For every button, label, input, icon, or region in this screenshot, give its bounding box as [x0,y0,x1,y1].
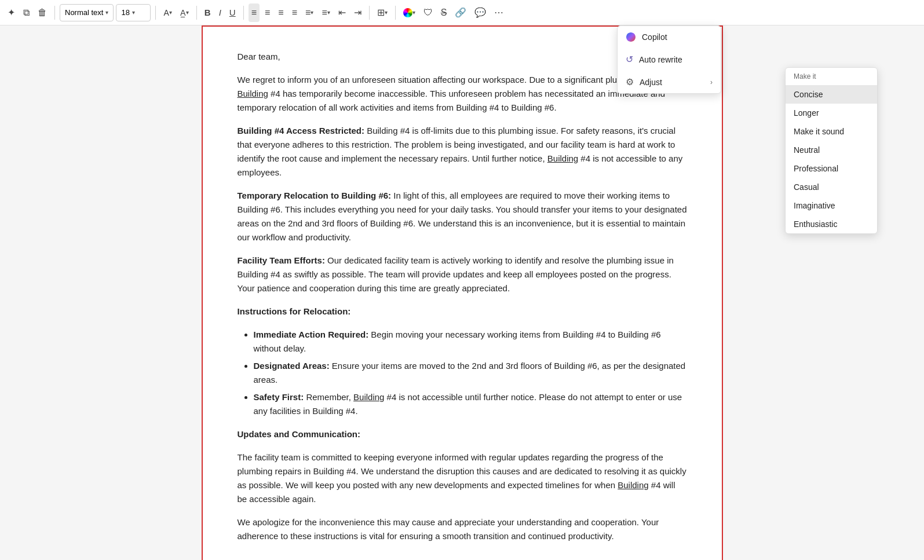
indent-decrease-btn[interactable]: ⇤ [335,3,349,22]
comment-btn[interactable]: 💬 [472,3,489,22]
section-3-title: Facility Team Efforts: [238,255,325,265]
numbered-list-btn[interactable]: ≡ ▾ [319,3,333,22]
updates-body: The facility team is committed to keepin… [238,451,687,506]
shield-btn[interactable]: 🛡 [421,3,436,22]
copilot-icon [626,32,636,42]
copilot-dropdown: Copilot ↺ Auto rewrite ⚙ Adjust › [617,25,721,94]
font-size-chevron: ▾ [132,9,135,16]
copilot-color-btn[interactable]: ▾ [400,3,418,22]
bullet-2-title: Designated Areas: [254,361,330,371]
bullet-1-title: Immediate Action Required: [254,330,369,339]
building-link-3[interactable]: Building [353,392,384,402]
adjust-item[interactable]: ⚙ Adjust › [618,71,721,93]
submenu: Make it Concise Longer Make it sound Neu… [785,67,878,234]
align-left-btn[interactable]: ≡ [249,3,260,22]
submenu-item-casual[interactable]: Casual [786,178,877,196]
delete-icon-btn[interactable]: 🗑 [35,3,50,22]
align-right-btn[interactable]: ≡ [275,3,286,22]
section-3: Facility Team Efforts: Our dedicated fac… [238,254,687,295]
font-size-selector[interactable]: 18 ▾ [116,4,151,21]
section-2-title: Temporary Relocation to Building #6: [238,191,392,200]
section-1-title: Building #4 Access Restricted: [238,126,365,136]
building-link-2[interactable]: Building [547,153,578,163]
copilot-item[interactable]: Copilot [618,26,721,48]
submenu-item-longer[interactable]: Longer [786,104,877,122]
submenu-header: Make it [786,68,877,85]
list-item-3: Safety First: Remember, Building #4 is n… [254,390,687,418]
strikethrough-btn[interactable]: S [438,3,450,22]
bullet-3-body: Remember, Building #4 is not accessible … [254,392,682,416]
style-selector[interactable]: Normal text ▾ [60,4,114,21]
submenu-item-imaginative[interactable]: Imaginative [786,196,877,215]
indent-increase-btn[interactable]: ⇥ [351,3,364,22]
building-link-4[interactable]: Building [618,480,648,490]
align-justify-btn[interactable]: ≡ [289,3,300,22]
submenu-item-neutral[interactable]: Neutral [786,141,877,159]
list-item-1: Immediate Action Required: Begin moving … [254,328,687,356]
divider-6 [395,6,396,20]
auto-rewrite-label: Auto rewrite [639,55,682,64]
instructions-list: Immediate Action Required: Begin moving … [238,328,687,418]
building-link-1[interactable]: Building [238,89,268,98]
submenu-item-make-it-sound[interactable]: Make it sound [786,122,877,141]
auto-rewrite-icon: ↺ [626,54,633,65]
font-size-value: 18 [121,8,129,17]
adjust-left: ⚙ Adjust [626,76,662,87]
updates-title: Updates and Communication: [238,427,687,441]
bullet-3-title: Safety First: [254,392,304,402]
section-1: Building #4 Access Restricted: Building … [238,124,687,180]
add-icon-btn[interactable]: ✦ [5,3,18,22]
adjust-chevron: › [710,78,713,86]
instructions-title: Instructions for Relocation: [238,305,687,319]
divider-3 [196,6,197,20]
closing: We apologize for the inconvenience this … [238,515,687,543]
submenu-item-concise[interactable]: Concise [786,85,877,104]
toolbar: ✦ ⧉ 🗑 Normal text ▾ 18 ▾ A ▾ A̲ ▾ B I U … [0,0,924,25]
divider-5 [369,6,370,20]
font-color-chevron: ▾ [169,9,172,16]
style-label: Normal text [65,8,103,17]
font-color-btn[interactable]: A ▾ [160,3,174,22]
table-btn[interactable]: ⊞ ▾ [374,3,390,22]
copy-icon-btn[interactable]: ⧉ [20,3,32,22]
document-area: Dear team, We regret to inform you of an… [202,25,723,560]
color-circle [403,8,412,17]
submenu-item-professional[interactable]: Professional [786,159,877,178]
divider-1 [54,6,55,20]
divider-4 [243,6,244,20]
underline-btn[interactable]: U [227,3,239,22]
copilot-color-chevron: ▾ [412,9,415,16]
adjust-label: Adjust [640,78,662,87]
italic-btn[interactable]: I [216,3,224,22]
bullet-list-btn[interactable]: ≡ ▾ [302,3,316,22]
style-chevron: ▾ [105,9,108,16]
more-btn[interactable]: ⋯ [491,3,506,22]
main-wrapper: Dear team, We regret to inform you of an… [0,25,924,560]
highlight-chevron: ▾ [186,9,189,16]
bold-btn[interactable]: B [202,3,214,22]
bullet-list-chevron: ▾ [311,9,313,16]
divider-2 [155,6,156,20]
align-center-btn[interactable]: ≡ [262,3,273,22]
table-chevron: ▾ [385,9,388,16]
auto-rewrite-item[interactable]: ↺ Auto rewrite [618,48,721,71]
section-2: Temporary Relocation to Building #6: In … [238,189,687,244]
list-item-2: Designated Areas: Ensure your items are … [254,359,687,387]
adjust-icon: ⚙ [626,76,634,87]
numbered-list-chevron: ▾ [327,9,330,16]
link-btn[interactable]: 🔗 [452,3,469,22]
highlight-color-btn[interactable]: A̲ ▾ [177,3,192,22]
submenu-item-enthusiastic[interactable]: Enthusiastic [786,215,877,233]
copilot-label: Copilot [642,32,667,42]
